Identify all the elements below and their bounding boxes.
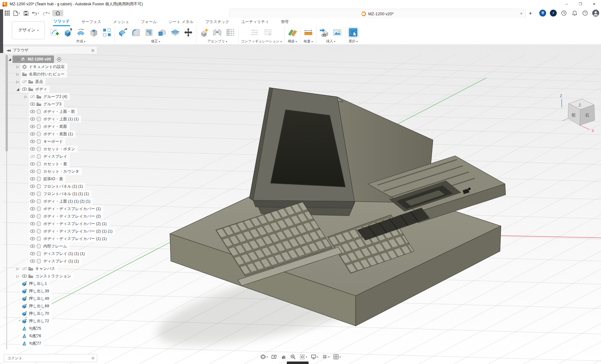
browser-tree-row[interactable]: フロントパネル (1) (1) bbox=[4, 183, 97, 190]
browser-tree-row[interactable]: フロントパネル (1) (1) (1) bbox=[4, 190, 97, 198]
browser-minus-icon[interactable]: ⊖ bbox=[91, 48, 94, 53]
visibility-eye-icon[interactable] bbox=[29, 259, 36, 263]
visibility-eye-icon[interactable] bbox=[29, 222, 36, 226]
presspull-tool-button[interactable] bbox=[118, 27, 128, 38]
visibility-eye-icon[interactable] bbox=[21, 80, 27, 84]
derive-tool-button[interactable] bbox=[319, 27, 329, 38]
workspace-selector[interactable]: デザイン ▾ bbox=[12, 21, 45, 39]
visibility-eye-icon[interactable] bbox=[29, 207, 36, 211]
undo-button[interactable]: ▾ bbox=[31, 10, 40, 16]
minimize-button[interactable]: ─ bbox=[560, 0, 574, 8]
ribbon-tab-ソリッド[interactable]: ソリッド bbox=[53, 17, 70, 26]
browser-tree-row[interactable]: キーボード bbox=[4, 138, 97, 145]
browser-tree-row[interactable]: 押し出し49 bbox=[4, 295, 97, 302]
ribbon-tab-サーフェス[interactable]: サーフェス bbox=[81, 18, 102, 26]
home-button[interactable] bbox=[52, 10, 63, 16]
visibility-eye-icon[interactable] bbox=[29, 147, 36, 151]
config1-tool-button[interactable] bbox=[249, 27, 260, 38]
viewports-nav-button[interactable]: ▾ bbox=[332, 353, 342, 360]
revolve-tool-button[interactable] bbox=[75, 27, 86, 38]
browser-tree-row[interactable]: ◢MZ-1200 v20 bbox=[4, 55, 97, 63]
expand-arrow-icon[interactable]: ◢ bbox=[15, 87, 21, 91]
group-label[interactable]: コンフィギュレーション ▾ bbox=[241, 39, 282, 44]
visibility-eye-icon[interactable] bbox=[29, 199, 36, 203]
clock-icon[interactable] bbox=[560, 10, 567, 17]
visibility-eye-icon[interactable] bbox=[29, 237, 36, 241]
new-tab-button[interactable]: + bbox=[529, 11, 532, 16]
browser-tree-row[interactable]: 内部フレーム bbox=[4, 242, 97, 250]
group-label[interactable]: アセンブリ ▾ bbox=[207, 39, 227, 44]
visibility-eye-icon[interactable] bbox=[29, 110, 36, 113]
browser-tree-row[interactable]: ボディ・上面 (1) (1) (2) (1) bbox=[4, 198, 97, 205]
orbit-nav-button[interactable]: ▾ bbox=[259, 353, 269, 360]
visibility-eye-icon[interactable] bbox=[29, 102, 36, 106]
pan-nav-button[interactable] bbox=[280, 353, 288, 360]
bell-icon[interactable] bbox=[571, 10, 578, 17]
hole-tool-button[interactable] bbox=[89, 27, 99, 38]
browser-tree-row[interactable]: カセット・ボタン bbox=[4, 145, 97, 153]
ribbon-tab-メッシュ[interactable]: メッシュ bbox=[113, 18, 130, 26]
browser-tree-row[interactable]: 勾配77 bbox=[4, 340, 97, 347]
browser-tree-row[interactable]: 勾配76 bbox=[4, 332, 97, 340]
avatar-icon[interactable] bbox=[592, 10, 599, 17]
tab-close-icon[interactable]: × bbox=[520, 11, 522, 16]
browser-tree-row[interactable]: グループ3 bbox=[4, 100, 97, 108]
group-label[interactable]: 選択 ▾ bbox=[349, 39, 358, 44]
image-tool-button[interactable] bbox=[332, 27, 343, 38]
visibility-eye-icon[interactable] bbox=[21, 274, 27, 278]
extrude-tool-button[interactable] bbox=[62, 27, 73, 38]
save-button[interactable] bbox=[23, 10, 29, 16]
visibility-eye-icon[interactable] bbox=[29, 244, 36, 248]
browser-tree-row[interactable]: ボディ・上面・前 bbox=[4, 108, 97, 115]
browser-tree-row[interactable]: ▷キャンバス bbox=[4, 265, 97, 272]
browser-tree-row[interactable]: ディスプレイ (1) (1) bbox=[4, 257, 97, 265]
activate-radio-icon[interactable] bbox=[56, 57, 62, 62]
redo-button[interactable]: ▾ bbox=[42, 10, 50, 16]
document-tab[interactable]: MZ-1200 v20* × bbox=[229, 9, 526, 18]
browser-tree-row[interactable]: ▷原点 bbox=[4, 78, 97, 85]
ribbon-tab-フォーム[interactable]: フォーム bbox=[140, 18, 157, 26]
visibility-eye-icon[interactable] bbox=[29, 140, 36, 143]
expand-arrow-icon[interactable]: ▷ bbox=[15, 65, 21, 69]
group-label[interactable]: 構築 ▾ bbox=[288, 39, 297, 44]
browser-tree-row[interactable]: ▷ドキュメントの設定 bbox=[4, 63, 97, 70]
look-at-nav-button[interactable] bbox=[270, 353, 278, 360]
expand-arrow-icon[interactable]: ▷ bbox=[15, 274, 21, 278]
move-tool-button[interactable] bbox=[183, 27, 194, 38]
split-tool-button[interactable] bbox=[170, 27, 180, 38]
browser-tree-row[interactable]: カセット・蓋 bbox=[4, 160, 97, 168]
browser-tree-row[interactable]: 押し出し39 bbox=[4, 287, 97, 295]
maximize-button[interactable]: ❐ bbox=[574, 0, 587, 8]
visibility-eye-icon[interactable] bbox=[29, 162, 36, 166]
browser-tree-row[interactable]: ディスプレイ (1) (1) (1) bbox=[4, 250, 97, 257]
visibility-eye-icon[interactable] bbox=[29, 192, 36, 196]
browser-tree-row[interactable]: ◢ボディ bbox=[4, 85, 97, 93]
newcomp-tool-button[interactable] bbox=[199, 27, 209, 38]
browser-tree-row[interactable]: ボディ・ディスプレイカバー (2) (1) bbox=[4, 220, 97, 228]
ribbon-tab-シート メタル[interactable]: シート メタル bbox=[168, 18, 194, 26]
browser-tree-row[interactable]: ボディ・上面 (1) (1) bbox=[4, 115, 97, 123]
visibility-eye-icon[interactable] bbox=[29, 229, 36, 233]
visibility-eye-icon[interactable] bbox=[14, 57, 20, 61]
browser-tree-row[interactable]: 押し出し70 bbox=[4, 310, 97, 317]
browser-tree-row[interactable]: ディスプレイ bbox=[4, 153, 97, 160]
fit-nav-button[interactable]: ▾ bbox=[298, 353, 308, 360]
extensions-icon[interactable]: ⇈ bbox=[539, 10, 546, 17]
visibility-eye-icon[interactable] bbox=[21, 267, 27, 271]
job-status-icon[interactable]: ⚡ bbox=[550, 10, 557, 17]
expand-arrow-icon[interactable]: ▷ bbox=[15, 80, 21, 84]
timeline-edge[interactable] bbox=[287, 362, 309, 364]
visibility-eye-icon[interactable] bbox=[29, 177, 36, 181]
expand-arrow-icon[interactable]: ▷ bbox=[23, 95, 29, 99]
sketch-tool-button[interactable] bbox=[49, 27, 60, 38]
expand-arrow-icon[interactable]: ▷ bbox=[15, 72, 21, 76]
visibility-eye-icon[interactable] bbox=[29, 95, 36, 98]
bom-tool-button[interactable] bbox=[225, 27, 236, 38]
group-label[interactable]: 検査 ▾ bbox=[304, 39, 313, 44]
browser-tree-row[interactable]: ▷コンストラクション bbox=[4, 272, 97, 280]
visibility-eye-icon[interactable] bbox=[29, 214, 36, 218]
grid-snaps-nav-button[interactable]: ▾ bbox=[321, 353, 331, 360]
help-icon[interactable]: ? bbox=[582, 10, 589, 17]
browser-scrollbar[interactable] bbox=[6, 55, 8, 151]
file-menu-button[interactable]: ▾ bbox=[12, 10, 21, 17]
